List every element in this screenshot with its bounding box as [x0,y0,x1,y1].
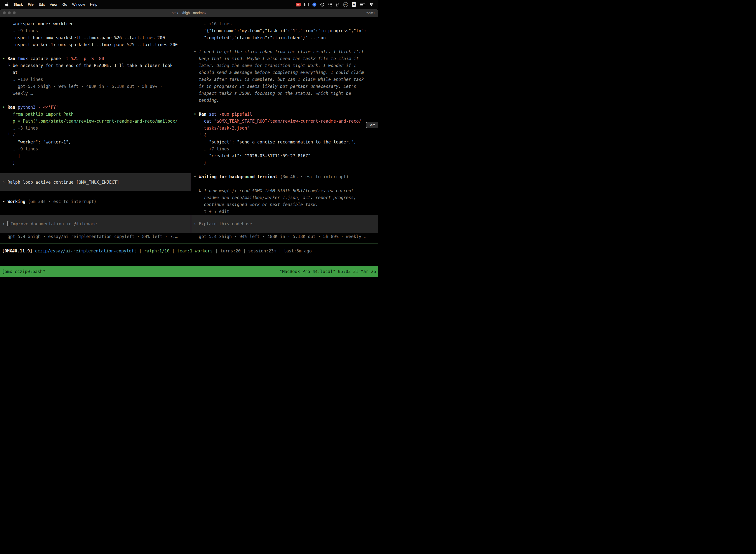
menu-view[interactable]: View [47,2,60,6]
terminal-line: … +9 lines [2,146,189,152]
text-segment: python3 [18,105,36,110]
text-segment: capture-pane [28,56,63,61]
terminal-line: … +3 lines [2,125,189,131]
terminal-line: ] [2,152,189,159]
text-segment: • [2,199,7,204]
minimize-button[interactable] [8,11,11,14]
text-segment: "created_at": "2026-03-31T11:59:27.816Z" [194,153,311,158]
text-segment: • [194,49,199,54]
left-composer-area: › Improve documentation in @filename gpt… [0,215,191,243]
grid-dots-icon[interactable] [328,2,332,7]
terminal-content: workspace_mode: worktree … +9 lines insp… [0,17,378,266]
screen-recording-icon[interactable] [296,3,301,6]
text-segment: keep that in mind. Maybe I also need the… [194,56,359,61]
text-segment: readme-and-reco/mailbox/worker-1.json, a… [194,195,356,200]
composer-input[interactable]: › Improve documentation in @filename [0,215,191,233]
screen-capture-popover[interactable]: Scre [366,122,378,128]
text-segment: at [2,70,18,75]
terminal-line: └ be necessary for the end of the README… [2,62,189,69]
text-segment: -euo pipefail [216,112,252,117]
text-segment: ↳ 1 new msg(s): read $OMX_TEAM_STATE_ROO… [194,188,356,193]
text-segment: "$OMX_TEAM_STATE_ROOT/team/review-curren… [211,119,361,124]
terminal-line: cat "$OMX_TEAM_STATE_ROOT/team/review-cu… [194,118,376,125]
terminal-line: } [2,159,189,166]
terminal-line: inspect task2's JSON, focusing on the st… [194,90,376,97]
text-segment: should send a message before completing … [194,70,364,75]
tmux-status-bar: [omx-cczip0:bash* "MacBook-Pro-44.local"… [0,266,378,277]
menu-go[interactable]: Go [60,2,69,6]
text-segment: gpt-5.4 xhigh · 94% left · 488K in · 5.1… [2,84,163,89]
text-segment: "worker": "worker-1", [2,140,71,145]
composer-input[interactable]: › Explain this codebase [191,215,378,233]
text-segment: "completed","claim_token":"claim-token"}… [194,35,326,40]
text-segment: set [209,112,216,117]
terminal-line: inspect_worker-1: omx sparkshell --tmux-… [2,41,189,48]
text-segment: Ran [7,56,18,61]
terminal-line [194,166,376,173]
text-segment [33,248,35,254]
menu-file[interactable]: File [25,2,36,6]
terminal-line: • Ran set -euo pipefail [194,111,376,118]
zoom-button[interactable] [13,11,16,14]
apple-logo-icon[interactable] [3,2,11,7]
terminal-line: '{"team_name":"my-team","task_id":"1","f… [194,27,376,34]
text-segment: … +110 lines [2,77,43,82]
text-segment: oun [245,174,252,179]
text-segment: | turns:20 | session:23m | last:3m ago [213,248,312,254]
text-segment: ralph:1/10 [144,248,170,254]
traffic-lights [0,11,16,14]
menu-items: FileEditViewGoWindowHelp [25,2,100,6]
text-segment: ⌥ + ↑ edit [194,209,229,214]
text-segment: from pathlib import Path [2,112,74,117]
text-segment: inspect_hud: omx sparkshell --tmux-pane … [2,35,165,40]
ghost-app-icon[interactable] [336,2,339,6]
text-segment: workspace_mode: worktree [2,21,74,26]
model-status-line: gpt-5.4 xhigh · 94% left · 488K in · 5.1… [194,233,376,240]
input-source-icon[interactable]: A [352,2,356,7]
menu-help[interactable]: Help [87,2,100,6]
text-segment: pending. [194,98,219,103]
terminal-line: at [2,69,189,76]
menu-edit[interactable]: Edit [36,2,47,6]
text-segment: • [2,56,7,61]
text-segment: p = Path('.omx/state/team/review-current… [2,119,178,124]
text-segment: weekly … [2,91,33,96]
blue-app-icon[interactable] [312,2,316,7]
menu-app-name[interactable]: Slack [11,2,25,6]
text-segment: team:1 workers [177,248,212,254]
wifi-icon[interactable] [369,3,374,6]
text-segment: - <<'PY' [36,105,58,110]
text-cursor [7,221,10,226]
menu-bar: Slack FileEditViewGoWindowHelp 61 A [0,0,378,9]
terminal-line: tasks/task-2.json" [194,125,376,131]
text-segment: └ [2,132,13,137]
window-titlebar[interactable]: omx --xhigh --madmax ⌥⌘1 [0,9,378,17]
close-button[interactable] [3,11,6,14]
battery-icon[interactable] [360,3,365,6]
right-composer-area: › Explain this codebase gpt-5.4 xhigh · … [191,215,378,243]
text-segment: inspect task2's JSON, focusing on the st… [194,91,351,96]
tmux-pane-left[interactable]: workspace_mode: worktree … +9 lines insp… [0,17,191,243]
terminal-line: workspace_mode: worktree [2,20,189,27]
text-segment: … +7 lines [194,147,229,151]
omx-status-bar: [OMX#0.11.9] cczip/essay/ai-reimplementa… [0,243,378,255]
text-segment: | [170,248,177,254]
text-segment: | [136,248,144,254]
terminal-line: from pathlib import Path [2,111,189,118]
text-segment: Improve documentation in @filename [10,221,97,226]
table-grid-icon[interactable] [304,3,309,6]
text-segment: later. Using the same for transition mig… [194,63,356,68]
text-segment: … +3 lines [2,126,38,130]
tmux-host-time: "MacBook-Pro-44.local" 05:03 31-Mar-26 [279,269,376,274]
terminal-line: "subject": "send a concise recommendatio… [194,138,376,146]
menu-window[interactable]: Window [70,2,87,6]
text-segment: Explain this codebase [199,221,252,226]
terminal-line: "created_at": "2026-03-31T11:59:27.816Z" [194,152,376,159]
text-segment: … +9 lines [2,147,38,151]
text-segment: • [2,105,7,110]
terminal-line: weekly … [2,90,189,97]
tmux-pane-right[interactable]: … +16 lines '{"team_name":"my-team","tas… [191,17,378,243]
ring-app-icon[interactable] [320,2,324,7]
terminal-line: readme-and-reco/mailbox/worker-1.json, a… [194,194,376,201]
battery-gauge-icon[interactable]: 61 [343,2,348,7]
